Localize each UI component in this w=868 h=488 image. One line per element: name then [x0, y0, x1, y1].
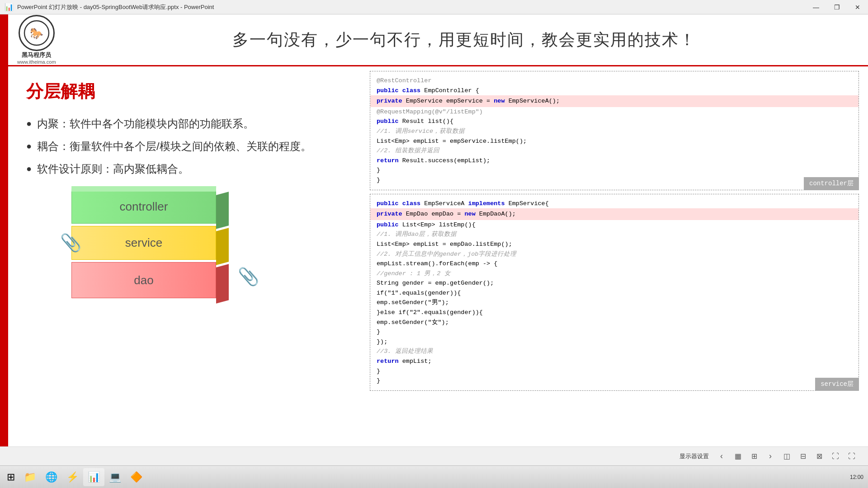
prev-slide-button[interactable]: ‹ [714, 449, 729, 464]
terminal-button[interactable]: ⚡ [62, 468, 83, 486]
controller-layer-top [71, 186, 216, 192]
next-slide-button[interactable]: › [763, 449, 778, 464]
code-svc-list: List<Emp> empList = empDao.listEmp(); [377, 239, 852, 249]
controller-layer: controller [71, 190, 216, 224]
service-layer: service [71, 226, 216, 260]
code-line-restcontroller: @RestController [377, 76, 852, 86]
header-slogan: 多一句没有，少一句不行，用更短时间，教会更实用的技术！ [70, 29, 859, 51]
dao-layer-label: dao [134, 273, 153, 287]
logo-url: www.itheima.com [17, 59, 56, 65]
bullet-text-3: 软件设计原则：高内聚低耦合。 [37, 162, 189, 176]
horse-icon: 🐎 [23, 19, 50, 47]
view-1-button[interactable]: ◫ [779, 449, 794, 464]
bullet-text-2: 耦合：衡量软件中各个层/模块之间的依赖、关联的程度。 [37, 139, 311, 154]
app-icon: 📊 [5, 3, 14, 11]
code-line-mapping: @RequestMapping(@v"/listEmp") [377, 107, 852, 117]
slide-grid-2-button[interactable]: ⊞ [747, 449, 761, 464]
code-svc-comment2: //2. 对员工信息中的gender，job字段进行处理 [377, 249, 852, 259]
left-panel: 分层解耦 内聚：软件中各个功能模块内部的功能联系。 耦合：衡量软件中各个层/模块… [8, 66, 361, 465]
code-svc-line3: public List<Emp> listEmp(){ [377, 220, 852, 230]
display-settings-label[interactable]: 显示器设置 [679, 452, 709, 460]
clock: 12:00 [850, 474, 863, 480]
view-3-button[interactable]: ⊠ [812, 449, 826, 464]
code-line-close2: } [377, 175, 852, 185]
code-svc-close2: } [377, 376, 852, 386]
code-svc-elseif: }else if("2".equals(gender)){ [377, 308, 852, 318]
code-svc-setgender1: emp.setGender("男"); [377, 298, 852, 308]
code-svc-if1: if("1".equals(gender)){ [377, 288, 852, 298]
code-svc-close-foreach: }); [377, 337, 852, 347]
code-svc-highlight: private EmpDao empDao = new EmpDaoA(); [370, 208, 859, 220]
code-svc-return: return empList; [377, 357, 852, 366]
code-svc-comment1: //1. 调用dao层，获取数据 [377, 230, 852, 239]
taskbar: ⊞ 📁 🌐 ⚡ 📊 💻 🔶 12:00 [0, 465, 868, 488]
controller-layer-label: controller [120, 200, 168, 214]
paperclip-right-icon: 📎 [238, 267, 259, 286]
powerpoint-taskbar-button[interactable]: 📊 [83, 468, 104, 486]
controller-layer-side [216, 192, 229, 229]
code-line-class: public class EmpController { [377, 86, 852, 96]
bullet-text-1: 内聚：软件中各个功能模块内部的功能联系。 [37, 117, 254, 131]
maximize-button[interactable]: ❐ [826, 0, 847, 14]
dao-layer: dao [71, 262, 216, 298]
slide-content: 分层解耦 内聚：软件中各个功能模块内部的功能联系。 耦合：衡量软件中各个层/模块… [8, 66, 868, 465]
bullet-item-1: 内聚：软件中各个功能模块内部的功能联系。 [26, 117, 343, 131]
controller-code-box: @RestController public class EmpControll… [370, 71, 859, 190]
paperclip-left-icon: 📎 [60, 233, 81, 253]
service-layer-side [216, 228, 229, 265]
logo-brand-name: 黑马程序员 [22, 51, 51, 59]
left-accent-bar [0, 14, 8, 465]
code-svc-setgender2: emp.setGender("女"); [377, 318, 852, 328]
dao-layer-side [216, 264, 229, 304]
bullet-item-2: 耦合：衡量软件中各个层/模块之间的依赖、关联的程度。 [26, 139, 343, 154]
taskbar-right: 12:00 [850, 474, 863, 480]
slide-controls-bar: 显示器设置 ‹ ▦ ⊞ › ◫ ⊟ ⊠ ⛶ ⛶ [0, 446, 868, 465]
window-title: PowerPoint 幻灯片放映 - day05-SpringBootWeb请求… [17, 3, 214, 11]
code-line-comment2: //2. 组装数据并返回 [377, 146, 852, 156]
slide-header: 🐎 黑马程序员 www.itheima.com 多一句没有，少一句不行，用更短时… [8, 14, 868, 66]
start-button[interactable]: ⊞ [2, 468, 19, 486]
bullet-list: 内聚：软件中各个功能模块内部的功能联系。 耦合：衡量软件中各个层/模块之间的依赖… [26, 117, 343, 176]
service-layer-label: service [125, 236, 162, 250]
slide-container: 🐎 黑马程序员 www.itheima.com 多一句没有，少一句不行，用更短时… [0, 14, 868, 465]
code-line-close1: } [377, 165, 852, 175]
code-svc-close1: } [377, 366, 852, 376]
service-layer-label-badge: service层 [815, 378, 859, 390]
code-svc-comment4: //3. 返回处理结果 [377, 347, 852, 357]
close-button[interactable]: ✕ [847, 0, 868, 14]
service-code-box: public class EmpServiceA implements EmpS… [370, 194, 859, 391]
code-svc-line1: public class EmpServiceA implements EmpS… [377, 199, 852, 209]
ide-button[interactable]: 💻 [104, 468, 126, 486]
browser-button[interactable]: 🌐 [41, 468, 62, 486]
logo-circle: 🐎 [19, 15, 55, 51]
right-panel: @RestController public class EmpControll… [361, 66, 868, 465]
code-svc-stream: empList.stream().forEach(emp -> { [377, 259, 852, 269]
extra-button[interactable]: 🔶 [126, 468, 147, 486]
section-title: 分层解耦 [26, 80, 343, 103]
view-4-button[interactable]: ⛶ [828, 449, 843, 464]
code-svc-comment3: //gender : 1 男，2 女 [377, 269, 852, 279]
controller-layer-label-badge: controller层 [804, 177, 859, 190]
code-svc-getgender: String gender = emp.getGender(); [377, 278, 852, 288]
window-controls: — ❐ ✕ [806, 0, 868, 14]
code-highlight-1: private EmpService empService = new EmpS… [370, 95, 859, 107]
view-2-button[interactable]: ⊟ [796, 449, 810, 464]
code-svc-close-if: } [377, 327, 852, 337]
code-line-method: public Result list(){ [377, 117, 852, 127]
bullet-item-3: 软件设计原则：高内聚低耦合。 [26, 162, 343, 176]
title-bar: 📊 PowerPoint 幻灯片放映 - day05-SpringBootWeb… [0, 0, 868, 14]
slide-grid-1-button[interactable]: ▦ [731, 449, 745, 464]
svg-text:🐎: 🐎 [30, 27, 43, 40]
layer-diagram: controller service dao 📎 [62, 190, 234, 316]
code-line-return: return Result.success(empList); [377, 156, 852, 166]
fullscreen-button[interactable]: ⛶ [844, 449, 859, 464]
minimize-button[interactable]: — [806, 0, 826, 14]
file-explorer-button[interactable]: 📁 [19, 468, 41, 486]
logo-area: 🐎 黑马程序员 www.itheima.com [17, 15, 56, 65]
code-line-comment1: //1. 调用service，获取数据 [377, 127, 852, 136]
code-line-list: List<Emp> empList = empService.listEmp()… [377, 136, 852, 146]
